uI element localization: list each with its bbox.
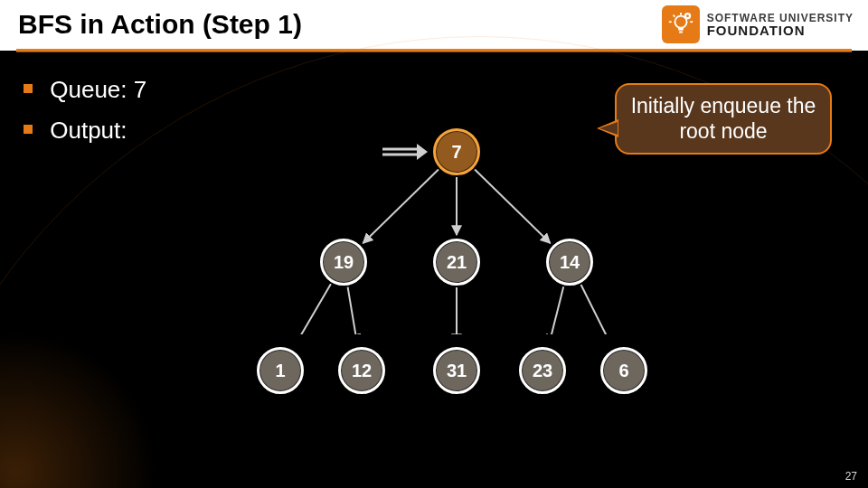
bullet-icon: [24, 84, 33, 93]
tree-node-31: 31: [433, 347, 480, 394]
tree-node-7: 7: [433, 128, 480, 175]
lightbulb-gear-icon: [662, 5, 700, 43]
queue-label: Queue:: [50, 76, 127, 103]
tree-node-23: 23: [519, 347, 566, 394]
page-number: 27: [845, 470, 857, 483]
callout-box: Initially enqueue the root node: [615, 83, 832, 155]
tree-edge: [581, 285, 612, 334]
tree-edge: [475, 170, 550, 243]
tree-node-21: 21: [433, 239, 480, 286]
callout-text: Initially enqueue the root node: [631, 94, 816, 143]
callout-tail-icon: [597, 119, 618, 137]
tree-node-12: 12: [338, 347, 385, 394]
header-divider: [16, 49, 852, 52]
logo: SOFTWARE UNIVERSITY FOUNDATION: [662, 5, 854, 43]
decorative-flare: [0, 307, 181, 488]
tree-edge: [348, 287, 357, 334]
tree-node-19: 19: [320, 239, 367, 286]
svg-point-7: [686, 14, 689, 17]
output-label: Output:: [50, 117, 127, 144]
pointer-arrow-icon: [382, 144, 428, 160]
tree-node-14: 14: [546, 239, 593, 286]
logo-text-bottom: FOUNDATION: [707, 23, 854, 37]
page-title: BFS in Action (Step 1): [18, 9, 302, 39]
tree-node-1: 1: [257, 347, 304, 394]
tree-edge: [363, 170, 438, 243]
tree-edge: [294, 284, 331, 334]
tree-edge: [549, 286, 563, 334]
logo-text-top: SOFTWARE UNIVERSITY: [707, 13, 854, 23]
tree-node-6: 6: [600, 347, 647, 394]
queue-value: 7: [134, 76, 146, 103]
svg-line-4: [673, 15, 675, 17]
bullet-icon: [24, 125, 33, 134]
